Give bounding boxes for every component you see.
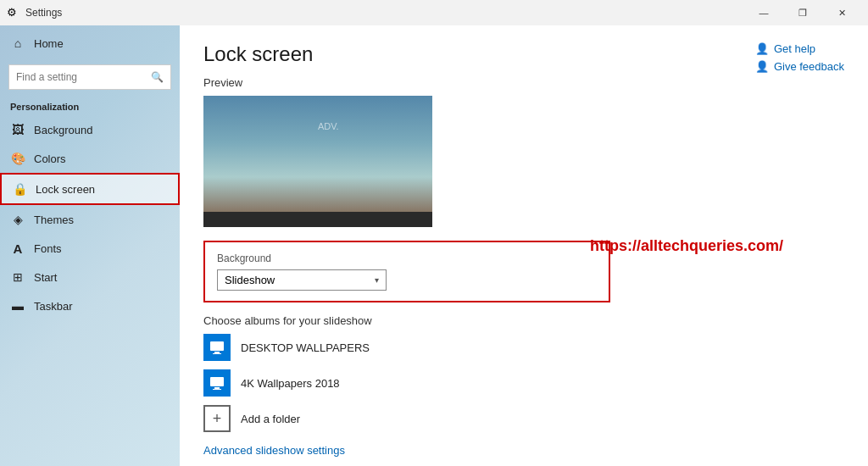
sidebar-item-background[interactable]: 🖼 Background [0, 115, 180, 144]
search-input[interactable] [16, 71, 151, 83]
help-section: 👤 Get help 👤 Give feedback [755, 42, 844, 73]
content-area: 👤 Get help 👤 Give feedback https://allte… [180, 25, 868, 466]
sidebar-search-box[interactable]: 🔍 [8, 64, 171, 90]
titlebar-title: Settings [25, 7, 744, 19]
window-controls: — ❐ ✕ [744, 0, 861, 25]
sidebar-item-colors[interactable]: 🎨 Colors [0, 144, 180, 173]
background-label: Background [217, 252, 597, 264]
sidebar-item-lock-screen[interactable]: 🔒 Lock screen [0, 173, 180, 205]
preview-box: 📷 11:43 Wednesday, July 27 [203, 96, 432, 227]
colors-icon: 🎨 [10, 151, 25, 166]
add-folder-item[interactable]: + Add a folder [203, 405, 844, 432]
minimize-button[interactable]: — [744, 0, 783, 25]
background-section: Background Slideshow ▾ [203, 241, 610, 302]
start-label: Start [34, 271, 57, 284]
chevron-down-icon: ▾ [375, 275, 379, 285]
colors-label: Colors [34, 153, 66, 165]
sidebar-item-start[interactable]: ⊞ Start [0, 263, 180, 291]
get-help-link[interactable]: 👤 Get help [755, 42, 844, 55]
preview-label: Preview [203, 76, 844, 89]
album-icon-2 [203, 369, 231, 397]
lock-screen-label: Lock screen [36, 183, 95, 196]
adv-text: ADV. [318, 121, 339, 131]
svg-rect-12 [210, 377, 224, 386]
taskbar-label: Taskbar [34, 300, 73, 313]
albums-label: Choose albums for your slideshow [203, 314, 844, 327]
home-label: Home [34, 37, 64, 50]
album-item-2[interactable]: 4K Wallpapers 2018 [203, 369, 844, 397]
page-title: Lock screen [203, 42, 844, 66]
album-name-2: 4K Wallpapers 2018 [241, 377, 340, 390]
album-name-1: DESKTOP WALLPAPERS [241, 341, 370, 354]
themes-icon: ◈ [10, 212, 25, 227]
desktop-wallpapers-icon [209, 339, 225, 356]
app-body: ⌂ Home 🔍 Personalization 🖼 Background 🎨 … [0, 25, 868, 466]
svg-rect-9 [210, 341, 224, 351]
svg-rect-13 [214, 387, 220, 389]
add-folder-label: Add a folder [241, 413, 300, 425]
background-label: Background [34, 124, 92, 136]
fonts-icon: A [10, 241, 25, 256]
help-icon: 👤 [755, 42, 769, 55]
sidebar-section-label: Personalization [0, 97, 180, 115]
svg-rect-14 [213, 389, 221, 390]
sidebar-item-taskbar[interactable]: ▬ Taskbar [0, 291, 180, 320]
album-item-1[interactable]: DESKTOP WALLPAPERS [203, 334, 844, 361]
add-folder-icon: + [203, 405, 231, 432]
fonts-label: Fonts [34, 242, 62, 255]
give-feedback-link[interactable]: 👤 Give feedback [755, 60, 844, 73]
start-icon: ⊞ [10, 269, 25, 285]
sidebar: ⌂ Home 🔍 Personalization 🖼 Background 🎨 … [0, 25, 180, 466]
lock-icon: 🔒 [12, 181, 27, 197]
advanced-slideshow-link[interactable]: Advanced slideshow settings [203, 444, 844, 457]
close-button[interactable]: ✕ [822, 0, 861, 25]
settings-icon: ⚙ [7, 6, 20, 19]
sidebar-item-themes[interactable]: ◈ Themes [0, 205, 180, 234]
themes-label: Themes [34, 214, 74, 226]
road [203, 212, 432, 227]
album-icon-1 [203, 334, 231, 361]
dropdown-value: Slideshow [225, 274, 275, 286]
background-icon: 🖼 [10, 122, 25, 137]
4k-wallpapers-icon [209, 374, 225, 391]
sky: ADV. [203, 96, 432, 212]
svg-rect-10 [214, 352, 220, 353]
feedback-icon: 👤 [755, 60, 769, 73]
restore-button[interactable]: ❐ [783, 0, 822, 25]
titlebar: ⚙ Settings — ❐ ✕ [0, 0, 868, 25]
sidebar-item-fonts[interactable]: A Fonts [0, 234, 180, 263]
watermark: https://alltechqueries.com/ [590, 237, 783, 255]
search-icon: 🔍 [151, 71, 164, 83]
sidebar-item-home[interactable]: ⌂ Home [0, 29, 180, 58]
taskbar-icon: ▬ [10, 298, 25, 313]
background-dropdown[interactable]: Slideshow ▾ [217, 269, 387, 291]
home-icon: ⌂ [10, 36, 25, 51]
svg-rect-11 [213, 353, 221, 354]
